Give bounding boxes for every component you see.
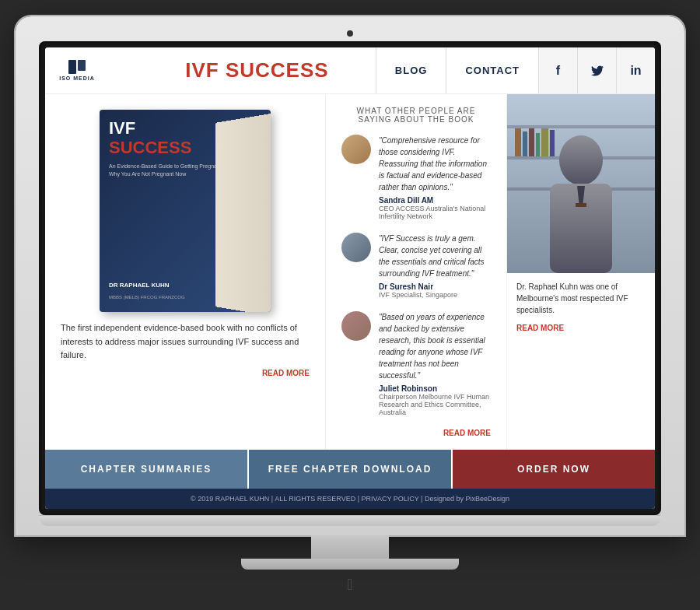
hero-section: IVF SUCCESS An Evidence-Based Guide to G… (45, 94, 655, 450)
testimonial-2-content: "IVF Success is truly a gem. Clear, conc… (379, 233, 491, 299)
dr-photo (507, 94, 655, 273)
monitor-base (241, 559, 459, 570)
footer: © 2019 RAPHAEL KUHN | ALL RIGHTS RESERVE… (45, 489, 655, 509)
svg-rect-4 (515, 128, 521, 156)
chapter-summaries-button[interactable]: CHAPTER SUMMARIES (45, 450, 247, 489)
monitor-wrapper: ISO MEDIA IVF SUCCESS BLOG CONTACT f (16, 16, 684, 594)
quote-2: "IVF Success is truly a gem. Clear, conc… (379, 233, 491, 279)
title-success: SUCCESS (226, 58, 329, 82)
logo-books (68, 60, 86, 74)
svg-point-10 (559, 135, 603, 185)
apple-logo:  (347, 576, 352, 594)
apple-logo-area:  (347, 570, 352, 594)
free-chapter-button[interactable]: FREE CHAPTER DOWNLOAD (247, 450, 453, 489)
name-2: Dr Suresh Nair (379, 282, 491, 291)
svg-rect-5 (523, 131, 527, 156)
monitor-bottom-bar (39, 515, 661, 526)
hero-left: IVF SUCCESS An Evidence-Based Guide to G… (45, 94, 325, 450)
hero-right: Dr. Raphael Kuhn was one of Melbourne's … (507, 94, 655, 450)
role-3: Chairperson Melbourne IVF Human Research… (379, 393, 491, 416)
book-icon-1 (68, 60, 76, 74)
nav-links: BLOG CONTACT (376, 47, 538, 93)
testimonial-3: "Based on years of experience and backed… (341, 311, 491, 416)
svg-rect-6 (529, 128, 534, 156)
quote-1: "Comprehensive resource for those consid… (379, 135, 491, 193)
camera-dot (347, 30, 353, 37)
svg-rect-8 (541, 128, 548, 156)
nav-contact[interactable]: CONTACT (446, 47, 538, 93)
logo-area: ISO MEDIA (45, 47, 138, 93)
testimonials-read-more[interactable]: READ MORE (341, 429, 491, 437)
hero-description: The first independent evidence-based boo… (61, 321, 310, 363)
svg-rect-1 (507, 125, 655, 128)
svg-rect-9 (550, 130, 555, 156)
nav-title: IVF SUCCESS (138, 47, 376, 93)
testimonials-heading: WHAT OTHER PEOPLE ARE SAYING ABOUT THE B… (341, 107, 491, 124)
nav-bar: ISO MEDIA IVF SUCCESS BLOG CONTACT f (45, 47, 655, 94)
nav-blog[interactable]: BLOG (376, 47, 446, 93)
title-ivf: IVF (185, 58, 226, 82)
name-3: Juliet Robinson (379, 384, 491, 393)
screen: ISO MEDIA IVF SUCCESS BLOG CONTACT f (45, 47, 655, 509)
dr-read-more[interactable]: READ MORE (507, 324, 655, 332)
facebook-button[interactable]: f (538, 47, 577, 93)
testimonial-3-content: "Based on years of experience and backed… (379, 311, 491, 416)
avatar-3 (341, 311, 371, 341)
avatar-2 (341, 233, 371, 262)
hero-read-more[interactable]: READ MORE (61, 369, 310, 377)
avatar-1 (341, 135, 371, 164)
site-title: IVF SUCCESS (185, 58, 328, 82)
svg-rect-7 (536, 133, 540, 156)
logo-icon: ISO MEDIA (58, 55, 96, 86)
testimonial-1-content: "Comprehensive resource for those consid… (379, 135, 491, 220)
book-author: DR RAPHAEL KUHN (109, 282, 170, 289)
screen-bezel: ISO MEDIA IVF SUCCESS BLOG CONTACT f (39, 41, 661, 515)
book-cover: IVF SUCCESS An Evidence-Based Guide to G… (100, 110, 271, 312)
book-credentials: MBBS (MELB) FRCOG FRANZCOG (109, 295, 185, 300)
linkedin-button[interactable]: in (616, 47, 655, 93)
book-back (215, 111, 271, 312)
dr-photo-svg (507, 94, 655, 273)
role-2: IVF Specialist, Singapore (379, 291, 491, 299)
testimonials-section: WHAT OTHER PEOPLE ARE SAYING ABOUT THE B… (325, 94, 507, 450)
role-1: CEO ACCESS Australia's National Infertil… (379, 205, 491, 220)
svg-rect-13 (576, 203, 586, 207)
monitor-body: ISO MEDIA IVF SUCCESS BLOG CONTACT f (16, 16, 684, 535)
cta-row: CHAPTER SUMMARIES FREE CHAPTER DOWNLOAD … (45, 450, 655, 489)
name-1: Sandra Dill AM (379, 196, 491, 205)
nav-social: f in (538, 47, 655, 93)
testimonial-2: "IVF Success is truly a gem. Clear, conc… (341, 233, 491, 299)
dr-info: Dr. Raphael Kuhn was one of Melbourne's … (507, 273, 655, 324)
order-now-button[interactable]: ORDER NOW (453, 450, 655, 489)
footer-text: © 2019 RAPHAEL KUHN | ALL RIGHTS RESERVE… (191, 495, 509, 503)
monitor-neck (311, 535, 389, 559)
twitter-button[interactable] (577, 47, 616, 93)
quote-3: "Based on years of experience and backed… (379, 311, 491, 381)
testimonial-1: "Comprehensive resource for those consid… (341, 135, 491, 220)
book-icon-2 (78, 60, 86, 71)
twitter-icon (591, 65, 604, 76)
logo-text: ISO MEDIA (59, 75, 95, 81)
